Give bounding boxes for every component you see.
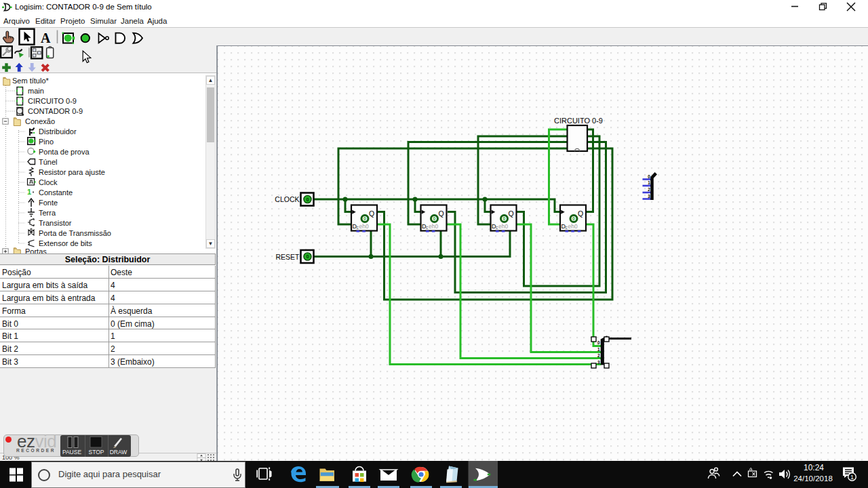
svg-text:Distribuidor: Distribuidor [39, 127, 77, 136]
svg-text:1: 1 [850, 474, 854, 481]
svg-text:Conexão: Conexão [25, 117, 55, 125]
svg-text:Pino: Pino [39, 138, 54, 146]
svg-text:1: 1 [27, 188, 31, 196]
svg-text:Transistor: Transistor [39, 219, 72, 227]
svg-text:Sem título*: Sem título* [12, 77, 50, 85]
svg-text:main: main [28, 87, 44, 95]
svg-text:1: 1 [648, 180, 650, 185]
svg-text:A: A [41, 30, 51, 45]
svg-text:0: 0 [648, 174, 650, 179]
svg-text:CONTADOR 0-9: CONTADOR 0-9 [28, 107, 83, 115]
svg-text:CIRCUITO 0-9: CIRCUITO 0-9 [554, 117, 603, 125]
svg-text:Extensor de bits: Extensor de bits [39, 239, 92, 247]
svg-text:Ponta de prova: Ponta de prova [39, 148, 90, 156]
svg-text:Túnel: Túnel [39, 158, 58, 166]
svg-text:CLOCK: CLOCK [275, 195, 299, 203]
svg-text:Constante: Constante [39, 188, 73, 197]
svg-text:DRAW: DRAW [110, 449, 127, 455]
svg-text:Fonte: Fonte [39, 199, 58, 207]
svg-text:3: 3 [597, 360, 600, 365]
svg-text:Resistor para ajuste: Resistor para ajuste [39, 168, 105, 176]
svg-text:0: 0 [597, 340, 600, 345]
svg-text:2: 2 [648, 187, 650, 192]
svg-text:RESET: RESET [275, 253, 300, 261]
svg-text:Terra: Terra [39, 209, 56, 217]
svg-text:Porta de Transmissão: Porta de Transmissão [39, 229, 111, 237]
svg-text:CIRCUITO 0-9: CIRCUITO 0-9 [28, 97, 77, 105]
svg-text:3: 3 [648, 194, 650, 199]
svg-text:STOP: STOP [89, 449, 104, 455]
svg-text:PAUSE: PAUSE [62, 449, 82, 455]
svg-text:Clock: Clock [39, 178, 58, 186]
svg-text:2: 2 [597, 353, 600, 358]
svg-text:1: 1 [597, 347, 600, 352]
